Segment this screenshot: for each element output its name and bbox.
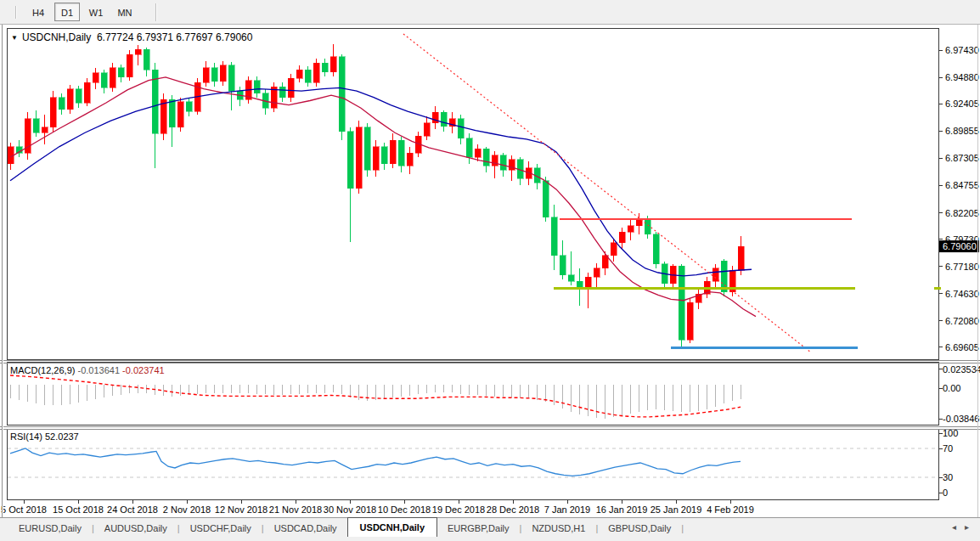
svg-text:6.74630: 6.74630 xyxy=(945,289,979,299)
window-left-edge-highlight xyxy=(3,25,3,517)
svg-text:6.77180: 6.77180 xyxy=(945,262,979,272)
svg-text:19 Dec 2018: 19 Dec 2018 xyxy=(432,504,485,515)
macd-value: -0.013641 xyxy=(77,365,120,375)
price-axis: 6.974306.948806.924056.898556.873056.847… xyxy=(938,45,979,352)
svg-text:25 Jan 2019: 25 Jan 2019 xyxy=(651,504,702,515)
toolbar-grip xyxy=(15,6,17,19)
chart-title: ▼USDCNH,Daily 6.77724 6.79371 6.77697 6.… xyxy=(11,31,252,43)
period-button-mn[interactable]: MN xyxy=(112,3,138,21)
macd-name: MACD(12,26,9) xyxy=(10,365,75,375)
svg-text:5 Oct 2018: 5 Oct 2018 xyxy=(1,504,47,515)
svg-text:-0.038466: -0.038466 xyxy=(943,414,980,424)
svg-text:10 Dec 2018: 10 Dec 2018 xyxy=(378,504,431,515)
statusbar-strip xyxy=(0,537,980,541)
chart-symbol-label: USDCNH,Daily xyxy=(22,31,91,43)
period-button-d1[interactable]: D1 xyxy=(54,3,80,21)
timeframe-toolbar: H4D1W1MN xyxy=(0,0,980,25)
svg-text:4 Feb 2019: 4 Feb 2019 xyxy=(707,504,754,515)
symbol-tab-gbpusd[interactable]: GBPUSD,Daily xyxy=(598,519,681,538)
svg-text:0.023534: 0.023534 xyxy=(943,364,980,375)
svg-text:6.82205: 6.82205 xyxy=(945,208,979,218)
svg-text:6.87305: 6.87305 xyxy=(945,153,979,163)
svg-text:100: 100 xyxy=(943,428,958,438)
svg-text:30 Nov 2018: 30 Nov 2018 xyxy=(324,504,376,515)
svg-text:6.72080: 6.72080 xyxy=(945,316,979,326)
symbol-tab-usdcad[interactable]: USDCAD,Daily xyxy=(264,519,347,538)
svg-text:0: 0 xyxy=(943,487,948,498)
svg-text:16 Jan 2019: 16 Jan 2019 xyxy=(596,504,648,515)
rsi-label: RSI(14) 52.0237 xyxy=(10,431,79,442)
rsi-name: RSI(14) xyxy=(10,431,42,442)
symbol-tab-nzdusd[interactable]: NZDUSD,H1 xyxy=(521,519,595,538)
chart-window: 6.974306.948806.924056.898556.873056.847… xyxy=(0,25,980,517)
macd-signal-value: -0.023741 xyxy=(122,365,165,375)
svg-text:70: 70 xyxy=(943,443,953,454)
chart-ohlc-values: 6.77724 6.79371 6.77697 6.79060 xyxy=(97,31,253,43)
symbol-tab-usdchf[interactable]: USDCHF,Daily xyxy=(180,519,262,538)
window-right-edge xyxy=(977,25,978,517)
svg-text:24 Oct 2018: 24 Oct 2018 xyxy=(107,504,158,515)
tab-scroll-left-icon[interactable]: ◂ xyxy=(948,522,960,532)
svg-text:6.84755: 6.84755 xyxy=(945,180,979,190)
symbol-tab-audusd[interactable]: AUDUSD,Daily xyxy=(94,519,177,538)
svg-text:30: 30 xyxy=(943,472,953,482)
price-chart-canvas[interactable]: 6.974306.948806.924056.898556.873056.847… xyxy=(0,25,980,517)
svg-text:0.00: 0.00 xyxy=(943,383,960,393)
svg-text:6.97430: 6.97430 xyxy=(945,45,979,55)
rsi-value: 52.0237 xyxy=(45,431,79,442)
svg-text:28 Dec 2018: 28 Dec 2018 xyxy=(487,504,539,515)
svg-text:12 Nov 2018: 12 Nov 2018 xyxy=(215,504,268,515)
macd-label: MACD(12,26,9) -0.013641 -0.023741 xyxy=(10,365,165,375)
svg-text:7 Jan 2019: 7 Jan 2019 xyxy=(544,504,590,515)
svg-text:6.92405: 6.92405 xyxy=(945,99,979,109)
symbol-tab-usdcnh[interactable]: USDCNH,Daily xyxy=(347,517,437,538)
svg-text:6.89855: 6.89855 xyxy=(945,126,979,136)
chart-dropdown-icon[interactable]: ▼ xyxy=(11,34,18,42)
date-axis: 5 Oct 201815 Oct 201824 Oct 20182 Nov 20… xyxy=(1,499,754,515)
toolbar-separator xyxy=(155,3,157,21)
tab-scroll-right-icon[interactable]: ▸ xyxy=(960,522,973,532)
indicator-axes: 0.0235340.00-0.03846610070300 xyxy=(938,364,980,498)
current-price-tag: 6.79060 xyxy=(943,241,977,251)
symbol-tab-eurgbp[interactable]: EURGBP,Daily xyxy=(437,519,520,538)
svg-text:6.94880: 6.94880 xyxy=(945,72,979,82)
tab-separator: | xyxy=(681,523,684,533)
tab-scroll-arrows: ◂▸ xyxy=(948,518,973,538)
period-button-h4[interactable]: H4 xyxy=(25,3,51,21)
symbol-tabbar: EURUSD,Daily|AUDUSD,Daily|USDCHF,Daily|U… xyxy=(0,517,980,537)
svg-text:21 Nov 2018: 21 Nov 2018 xyxy=(269,504,322,515)
pane-frames xyxy=(0,28,980,499)
svg-text:2 Nov 2018: 2 Nov 2018 xyxy=(163,504,211,515)
svg-text:6.69605: 6.69605 xyxy=(945,342,979,352)
period-button-w1[interactable]: W1 xyxy=(83,3,109,21)
svg-text:15 Oct 2018: 15 Oct 2018 xyxy=(53,504,104,515)
symbol-tab-eurusd[interactable]: EURUSD,Daily xyxy=(8,519,92,538)
